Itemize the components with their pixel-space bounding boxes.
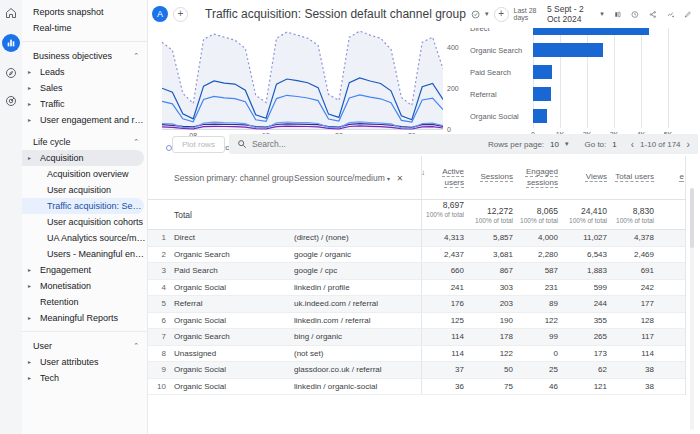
- add-comparison-button[interactable]: +: [173, 7, 188, 22]
- sidebar-section-life-cycle[interactable]: Life cycle ⌃: [22, 134, 147, 150]
- sidebar-item-monetisation[interactable]: Monetisation: [22, 278, 147, 294]
- column-header-active-users[interactable]: ↓ Active users: [421, 156, 466, 199]
- rows-per-page-value[interactable]: 10: [550, 140, 559, 149]
- goto-label: Go to:: [584, 140, 606, 149]
- vertical-scrollbar[interactable]: [690, 188, 694, 430]
- avatar[interactable]: A: [152, 6, 168, 22]
- table-body: 1Direct(direct) / (none)4,3135,8574,0001…: [148, 230, 685, 395]
- cell-source: (direct) / (none): [294, 233, 421, 242]
- sidebar-item-users-meaningful-engagement[interactable]: Users - Meaningful engage...: [22, 246, 147, 262]
- report-table: Plot rows Rows per page: 10 ▾ Go to: 1 ‹…: [148, 132, 700, 434]
- cell-engaged-sessions: 89: [515, 299, 560, 308]
- sidebar-item-leads[interactable]: Leads: [22, 64, 147, 80]
- column-header-total-users[interactable]: Total users: [609, 172, 656, 182]
- chevron-down-icon[interactable]: ▾: [485, 10, 489, 18]
- home-icon[interactable]: [4, 6, 18, 20]
- reports-icon[interactable]: [2, 34, 20, 52]
- total-sessions: 12,272100% of total: [466, 206, 515, 224]
- cell-source: linkedin.com / referral: [294, 316, 421, 325]
- sidebar-item-user-attributes[interactable]: User attributes: [22, 354, 147, 370]
- sidebar-item-retention[interactable]: Retention: [22, 294, 147, 310]
- table-row: 7Organic Searchbing / organic11417899265…: [148, 329, 685, 346]
- cell-sessions: 75: [466, 382, 515, 391]
- column-header-views[interactable]: Views: [560, 172, 609, 182]
- insights-icon[interactable]: [667, 8, 675, 21]
- check-circle-icon[interactable]: [471, 8, 480, 21]
- cell-sessions: 5,857: [466, 233, 515, 242]
- table-row: 10Organic Sociallinkedin / organic-socia…: [148, 379, 685, 396]
- sidebar-item-sales[interactable]: Sales: [22, 80, 147, 96]
- cell-active-users: 114: [421, 346, 466, 362]
- cell-total-users: 114: [609, 349, 656, 358]
- advertising-icon[interactable]: [4, 94, 18, 108]
- sidebar-item-reports-snapshot[interactable]: Reports snapshot: [22, 4, 147, 20]
- table-row: 6Organic Sociallinkedin.com / referral12…: [148, 313, 685, 330]
- table-row: 1Direct(direct) / (none)4,3135,8574,0001…: [148, 230, 685, 247]
- sidebar-item-traffic-acquisition[interactable]: Traffic acquisition: Session...: [22, 198, 144, 214]
- bar-row: Referral: [470, 83, 696, 105]
- prev-page-icon[interactable]: ‹: [631, 139, 634, 150]
- y-axis-tick: 200: [447, 85, 459, 92]
- next-page-icon[interactable]: ›: [687, 139, 690, 150]
- cell-source: bing / organic: [294, 332, 421, 341]
- ga4-app: Reports snapshot Real-time Business obje…: [0, 0, 700, 434]
- cell-total-users: 117: [609, 332, 656, 341]
- explore-icon[interactable]: [4, 66, 18, 80]
- remove-dimension-icon[interactable]: ✕: [396, 174, 403, 183]
- goto-value[interactable]: 1: [612, 140, 616, 149]
- row-number: 9: [148, 365, 174, 374]
- bar-category-label: Paid Search: [470, 68, 533, 77]
- cell-views: 173: [560, 349, 609, 358]
- column-header-sessions[interactable]: Sessions: [466, 172, 515, 182]
- section-label: User: [33, 338, 52, 354]
- sidebar-item-realtime[interactable]: Real-time: [22, 20, 147, 36]
- secondary-dimension-selector[interactable]: Session source/medium ▾ ✕: [294, 173, 421, 183]
- sidebar-item-acquisition[interactable]: Acquisition: [22, 150, 144, 166]
- date-range-value[interactable]: 5 Sept - 2 Oct 2024: [547, 4, 590, 24]
- sidebar-item-engagement[interactable]: Engagement: [22, 262, 147, 278]
- table-toolbar: Plot rows Rows per page: 10 ▾ Go to: 1 ‹…: [148, 132, 700, 156]
- cell-active-users: 125: [421, 313, 466, 329]
- report-header: A + Traffic acquisition: Session default…: [148, 0, 700, 28]
- bar: [533, 28, 649, 35]
- cell-total-users: 177: [609, 299, 656, 308]
- sidebar-item-user-acquisition[interactable]: User acquisition: [22, 182, 147, 198]
- cell-channel: Organic Social: [174, 316, 294, 325]
- sidebar-item-tech[interactable]: Tech: [22, 370, 147, 386]
- cell-channel: Unassigned: [174, 349, 294, 358]
- sidebar-item-meaningful-reports[interactable]: Meaningful Reports: [22, 310, 147, 326]
- chevron-down-icon[interactable]: ▾: [600, 10, 604, 18]
- bar: [533, 109, 547, 123]
- sidebar-section-user[interactable]: User ⌃: [22, 338, 147, 354]
- plot-rows-button[interactable]: Plot rows: [172, 136, 225, 153]
- cell-channel: Organic Search: [174, 332, 294, 341]
- bar: [533, 87, 551, 101]
- sidebar-item-traffic[interactable]: Traffic: [22, 96, 147, 112]
- sidebar-item-user-engagement[interactable]: User engagement and retenti..: [22, 112, 147, 128]
- column-header-event-count-truncated[interactable]: e: [656, 172, 686, 182]
- cell-views: 1,883: [560, 266, 609, 275]
- edit-icon[interactable]: [684, 8, 692, 21]
- column-header-engaged-sessions[interactable]: Engaged sessions: [515, 167, 560, 188]
- search-input[interactable]: [252, 139, 483, 149]
- bar-category-label: Organic Social: [470, 112, 533, 121]
- secondary-dimension-label: Session source/medium: [294, 173, 385, 183]
- add-button[interactable]: +: [494, 7, 509, 22]
- clock-icon[interactable]: [631, 8, 639, 21]
- totals-label: Total: [174, 210, 294, 220]
- sidebar-section-business-objectives[interactable]: Business objectives ⌃: [22, 48, 147, 64]
- sidebar-item-user-acquisition-cohorts[interactable]: User acquisition cohorts: [22, 214, 147, 230]
- table-header-row: Session primary: channel group) ▾ Sessio…: [148, 156, 685, 200]
- sidebar-item-ua-analytics-source-medium[interactable]: UA Analytics source/mediu...: [22, 230, 147, 246]
- cell-engaged-sessions: 122: [515, 316, 560, 325]
- cell-sessions: 122: [466, 349, 515, 358]
- cell-engaged-sessions: 46: [515, 382, 560, 391]
- sidebar-item-acquisition-overview[interactable]: Acquisition overview: [22, 166, 147, 182]
- chevron-down-icon[interactable]: ▾: [565, 140, 569, 148]
- primary-dimension-selector[interactable]: Session primary: channel group) ▾: [174, 173, 294, 183]
- main-content: A + Traffic acquisition: Session default…: [148, 0, 700, 434]
- cell-total-users: 128: [609, 316, 656, 325]
- comparison-icon[interactable]: [614, 8, 622, 21]
- share-icon[interactable]: [649, 8, 657, 21]
- pagination-range: 1-10 of 174: [640, 140, 680, 149]
